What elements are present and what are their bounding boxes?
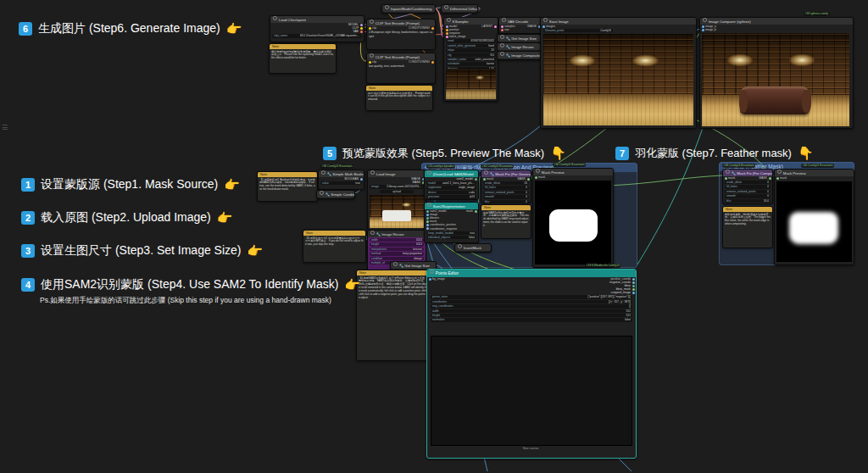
- boolean-port[interactable]: [360, 178, 363, 181]
- node-simple-math-boolean[interactable]: 🔧 Simple Math Boolean BOOLEAN valuetrue: [318, 170, 364, 190]
- node-clip-encode-negative[interactable]: CLIP Text Encode (Prompt) clip CONDITION…: [366, 53, 436, 84]
- sam2-model-widget[interactable]: modelsam2.1_hiera_base_plus.safetensors: [426, 181, 476, 185]
- blur-widget[interactable]: blur16.0: [725, 199, 771, 203]
- coordinates-widget[interactable]: coordinates[{'x': 317, 'y': 387}]: [431, 300, 632, 303]
- points-editor-canvas[interactable]: [431, 336, 632, 446]
- fill-holes-widget[interactable]: fill_holes0: [483, 186, 529, 189]
- node-invert-mask[interactable]: InvertMask: [454, 243, 492, 253]
- image-in-port[interactable]: [426, 214, 429, 216]
- keep-model-loaded-widget[interactable]: keep_model_loadedtrue: [426, 231, 476, 235]
- mask-in-port[interactable]: [535, 176, 537, 179]
- remove-isolated-widget[interactable]: remove_isolated_pixels0: [725, 190, 771, 193]
- node-title[interactable]: Load Image: [368, 170, 426, 177]
- remove-isolated-widget[interactable]: remove_isolated_pixels0: [483, 191, 529, 194]
- node-title[interactable]: (Down)Load SAM2Model: [425, 170, 478, 177]
- node-vae-decode[interactable]: VAE Decode samples IMAGE vae: [498, 17, 542, 34]
- node-load-image[interactable]: Load Image IMAGE MASK image2.library-roo…: [367, 170, 426, 231]
- model-in-port[interactable]: [446, 25, 448, 28]
- height-widget[interactable]: height512: [431, 314, 632, 317]
- node-clip-encode-positive[interactable]: CLIP Text Encode (Prompt) clip CONDITION…: [366, 19, 436, 50]
- ckpt-name-widget[interactable]: ckpt_nameSD1.5/realisticVisionV60B1_v51V…: [272, 34, 362, 37]
- clip-in-port[interactable]: [369, 27, 371, 30]
- node-title[interactable]: Mask Preview: [775, 170, 854, 176]
- node-mask-fix-composite[interactable]: 🔧 Mask Fix (For Composite) mask MASK ero…: [722, 169, 773, 204]
- cropped-image-port[interactable]: [632, 292, 635, 294]
- node-image-comparer[interactable]: Image Comparer (rgthree) image_a image_b: [699, 17, 854, 129]
- negative-prompt-text[interactable]: low quality, text, watermark: [369, 64, 433, 69]
- node-title[interactable]: Load Checkpoint: [270, 16, 364, 23]
- filename-prefix-widget[interactable]: filename_prefixComfyUI: [543, 29, 613, 32]
- note-feather[interactable]: Note 蒙版羽化参数：blur数值越大边缘越柔和，合成时过渡更自然。The b…: [722, 206, 773, 248]
- points-store-widget[interactable]: points_store{"positive":[[317,387]],"neg…: [431, 295, 632, 298]
- interpolation-widget[interactable]: interpolationlanczos: [370, 248, 424, 251]
- device-widget[interactable]: devicecuda: [426, 191, 476, 194]
- method-widget[interactable]: methodkeep proportion: [370, 252, 424, 255]
- node-inpaint-model-conditioning[interactable]: InpaintModelConditioning: [381, 4, 436, 14]
- vae-port[interactable]: [360, 31, 363, 33]
- node-title[interactable]: Image Comparer (rgthree): [700, 18, 853, 25]
- erode-dilate-widget[interactable]: erode_dilate0: [725, 181, 771, 184]
- node-points-editor[interactable]: Points Editor bg_image positive_coords n…: [426, 269, 637, 459]
- width-widget[interactable]: width512: [431, 309, 632, 313]
- note-step3[interactable]: Note 【3.设置生图尺寸】此处设置重绘时的图片尺寸，尺寸越大细节越多。If …: [303, 230, 366, 263]
- positive-prompt-text[interactable]: 2.European style library, bookshelves, s…: [369, 31, 433, 38]
- steps-widget[interactable]: steps20: [446, 48, 496, 52]
- positive-in-port[interactable]: [446, 29, 448, 31]
- negative-coords-port[interactable]: [632, 281, 635, 284]
- node-title[interactable]: 🔧 Mask Fix (For Composite): [723, 170, 772, 176]
- canvas-menu-icon[interactable]: ☰: [2, 124, 8, 131]
- blur-widget[interactable]: blur0: [483, 200, 529, 203]
- node-load-sam2-model[interactable]: (Down)Load SAM2Model sam2_model modelsam…: [424, 170, 479, 200]
- neg-coordinates-widget[interactable]: neg_coordinates[]: [431, 304, 632, 308]
- latent-out-port[interactable]: [494, 25, 497, 28]
- model-port[interactable]: [360, 24, 363, 26]
- smooth-widget[interactable]: smooth0: [483, 195, 529, 198]
- node-differential-diffusion[interactable]: Differential Diffusion: [441, 4, 478, 14]
- node-mask-preview-composite[interactable]: Mask Preview mask: [774, 169, 854, 265]
- vae-in-port[interactable]: [501, 29, 504, 31]
- samples-in-port[interactable]: [501, 25, 504, 28]
- mask-in-port[interactable]: [426, 220, 429, 223]
- node-ksampler[interactable]: KSampler model LATENT positive negative …: [443, 17, 498, 102]
- coords-pos-port[interactable]: [426, 224, 429, 226]
- node-mask-preview-generate[interactable]: Mask Preview mask: [532, 168, 614, 268]
- points-editor-footer[interactable]: New canvas: [431, 447, 631, 450]
- segmentor-widget[interactable]: segmentorsingle_image: [426, 186, 476, 189]
- coords-neg-port[interactable]: [426, 227, 429, 230]
- node-title[interactable]: Sam2Segmentation: [425, 203, 478, 209]
- normalize-widget[interactable]: normalizefalse: [431, 318, 632, 321]
- note-sam2[interactable]: Note 如果SAM2识别的蒙版与实际需要不符，可调整此处参数修正蒙版。The …: [481, 204, 531, 239]
- upload-button[interactable]: upload: [380, 190, 415, 193]
- node-sam2-segmentation[interactable]: Sam2Segmentation sam2_model mask image b…: [424, 202, 479, 243]
- latent-in-port[interactable]: [446, 36, 448, 38]
- condition-widget[interactable]: conditionalways: [370, 257, 424, 260]
- comparer-image-preview[interactable]: [702, 33, 849, 126]
- generated-image-preview[interactable]: [543, 34, 693, 125]
- clip-port[interactable]: [360, 27, 363, 30]
- bg-image-in-port[interactable]: [429, 278, 431, 281]
- clip-in-port[interactable]: [369, 61, 371, 64]
- uploaded-image-preview[interactable]: [370, 195, 424, 228]
- conditioning-port[interactable]: [431, 27, 434, 30]
- erode-dilate-widget[interactable]: erode_dilate16: [483, 181, 529, 185]
- bboxes-in-port[interactable]: [426, 217, 429, 220]
- boolean-value-widget[interactable]: valuetrue: [320, 181, 362, 185]
- note-checkpoint[interactable]: Note 建议使用Inpainting(重绘)专用模型，重绘边缘过渡效果会更好。…: [269, 43, 337, 74]
- sam2-model-port[interactable]: [475, 178, 477, 181]
- precision-widget[interactable]: precisionfp16: [426, 195, 476, 198]
- mask-out-port[interactable]: [769, 177, 771, 180]
- seed-widget[interactable]: seed676373128922032: [446, 39, 496, 42]
- node-title[interactable]: 🔧 Simple Math Boolean: [319, 170, 364, 177]
- node-title[interactable]: Points Editor: [427, 270, 636, 277]
- node-title[interactable]: Mask Preview: [533, 169, 613, 175]
- bbox-mask-port[interactable]: [632, 288, 635, 291]
- node-simple-condition[interactable]: 🔧 Simple Condition: [316, 190, 355, 199]
- node-title[interactable]: Save Image: [541, 18, 696, 25]
- note-prompt[interactable]: Note 提示词可以填写主体移除后的画面描述。Prompt words can …: [365, 85, 433, 111]
- negative-in-port[interactable]: [446, 32, 448, 35]
- height-widget[interactable]: height1024: [370, 242, 424, 246]
- sam2-model-in-port[interactable]: [426, 210, 429, 213]
- node-title[interactable]: VAE Decode: [499, 18, 542, 25]
- image-b-port[interactable]: [702, 29, 704, 31]
- note-step1[interactable]: Note 【1.设置蒙版源】Boolean切换蒙版来源：true使用SAM2识别…: [257, 171, 318, 202]
